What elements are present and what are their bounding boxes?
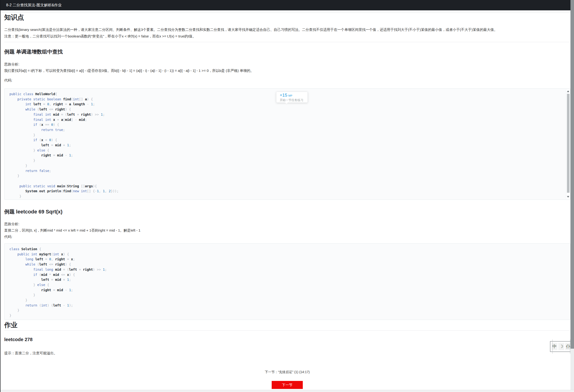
top-header-bar: 8-2 二分查找算法-图文解析&作业 [0,0,574,10]
page: 8-2 二分查找算法-图文解析&作业 知识点 二分查找(binary searc… [0,0,574,392]
page-title: 8-2 二分查找算法-图文解析&作业 [6,3,62,7]
page-scrollbar-thumb[interactable] [571,0,574,349]
code-label: 代码: [4,77,570,83]
homework-hint: 提示：直接二分，注意可能溢出。 [4,350,570,356]
code-scrollbar[interactable] [566,89,570,199]
code-content: class Solution { public int mySqrt(int x… [4,244,570,320]
analysis-text: 直接二分，区间[0, x]，判断mid * mid <= x left = mi… [4,227,570,233]
lesson-footer: 下一节：“先猜后证” (1) (14:17) 下一节 [4,369,570,389]
content-area: 知识点 二分查找(binary search)算法是分治算法的一种，请大家注意二… [4,14,570,389]
knowledge-paragraph-2: 注意：更一般地，二分查找可以找到一个boolean函数的"突变点"，即在小于x … [4,33,570,39]
mp-points: +15 [280,93,287,98]
header-divider [0,13,574,13]
browser-extension-widget: 中 ☽ 仆 [550,341,573,352]
mp-reward-line: +15 MP [280,93,308,98]
section-title-homework: 作业 [4,322,570,330]
code-content: public class HelloWorld{ private static … [4,89,570,200]
analysis-label: 思路分析: [4,61,570,67]
next-lesson-info: 下一节：“先猜后证” (1) (14:17) [4,369,570,375]
code-label: 代码: [4,233,570,240]
translate-icon[interactable]: 中 [552,343,557,350]
code-block-example1: public class HelloWorld{ private static … [4,88,571,200]
mp-unit: MP [288,94,293,97]
dark-mode-moon-icon[interactable]: ☽ [558,343,564,350]
analysis-text: 我们要找到a[i] = i的下标，可以转变为查找b[i] = a[i] - i是… [4,67,570,74]
section-title-example2: 例题 leetcode 69 Sqrt(x) [4,209,570,215]
horizontal-scrollbar-track[interactable] [0,390,574,392]
knowledge-paragraph-1: 二分查找(binary search)算法是分治算法的一种，请大家注意二分区间、… [4,26,570,33]
example1-analysis-block: 思路分析: 我们要找到a[i] = i的下标，可以转变为查找b[i] = a[i… [4,61,570,74]
font-style-icon[interactable]: 仆 [565,343,571,350]
scroll-up-arrow-icon[interactable] [567,90,569,92]
analysis-label: 思路分析: [4,221,570,227]
example2-analysis-block: 思路分析: 直接二分，区间[0, x]，判断mid * mid <= x lef… [4,221,570,240]
mp-tooltip-text: 开始一节任务练习 [280,98,308,102]
code-scrollbar-thumb[interactable] [567,94,570,193]
scroll-down-arrow-icon[interactable] [567,196,569,198]
section-divider [4,42,570,42]
homework-item-title: leetcode 278 [4,337,570,342]
page-scrollbar[interactable] [571,0,574,392]
section-title-example1: 例题 单调递增数组中查找 [4,49,570,55]
code-block-example2: class Solution { public int mySqrt(int x… [4,243,571,320]
next-section-button[interactable]: 下一节 [272,381,303,389]
mp-reward-tooltip: +15 MP 开始一节任务练习 [276,92,308,103]
section-title-knowledge: 知识点 [4,14,570,21]
window-left-edge [0,0,0,392]
